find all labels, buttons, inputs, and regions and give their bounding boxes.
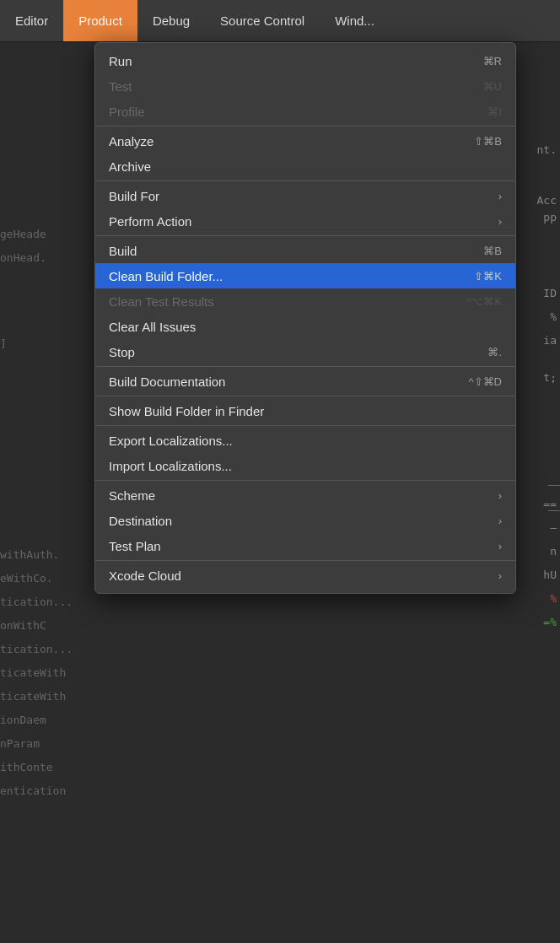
bg-right-5: % <box>550 310 557 323</box>
menu-item-editor[interactable]: Editor <box>0 0 63 41</box>
destination-label: Destination <box>109 514 172 528</box>
menu-item-build-documentation[interactable]: Build Documentation ^⇧⌘D <box>95 369 515 394</box>
menu-item-clear-all-issues[interactable]: Clear All Issues <box>95 314 515 339</box>
run-label: Run <box>109 54 132 68</box>
section-analyze: Analyze ⇧⌘B Archive <box>95 126 515 181</box>
test-shortcut: ⌘U <box>483 80 502 93</box>
bg-right-11: hU <box>543 568 557 581</box>
import-localizations-label: Import Localizations... <box>109 459 232 473</box>
xcode-cloud-chevron: › <box>498 569 502 582</box>
menu-item-product[interactable]: Product <box>63 0 137 41</box>
menu-item-debug[interactable]: Debug <box>137 0 205 41</box>
bg-code-8: tication... <box>0 643 73 655</box>
menu-item-perform-action[interactable]: Perform Action › <box>95 208 515 234</box>
section-build-docs: Build Documentation ^⇧⌘D <box>95 366 515 396</box>
archive-label: Archive <box>109 159 151 174</box>
build-shortcut: ⌘B <box>483 245 502 257</box>
menu-item-import-localizations[interactable]: Import Localizations... <box>95 453 515 478</box>
stop-label: Stop <box>109 345 135 359</box>
product-menu-dropdown: Run ⌘R Test ⌘U Profile ⌘I Analyze ⇧⌘B <box>94 42 516 594</box>
bg-right-6: ia <box>543 334 557 347</box>
test-label: Test <box>109 79 132 94</box>
menu-item-show-build-folder[interactable]: Show Build Folder in Finder <box>95 398 515 423</box>
destination-chevron: › <box>498 515 502 527</box>
section-localizations: Export Localizations... Import Localizat… <box>95 425 515 480</box>
bg-code-12: nParam <box>0 737 40 750</box>
menu-item-analyze[interactable]: Analyze ⇧⌘B <box>95 128 515 154</box>
xcode-cloud-label: Xcode Cloud <box>109 568 181 583</box>
build-documentation-label: Build Documentation <box>109 375 225 389</box>
section-run: Run ⌘R Test ⌘U Profile ⌘I <box>95 46 515 126</box>
profile-shortcut: ⌘I <box>487 105 502 118</box>
menu-bar: Editor Product Debug Source Control Wind… <box>0 0 560 42</box>
analyze-shortcut: ⇧⌘B <box>474 135 502 148</box>
bg-right-2: Acc <box>537 194 557 207</box>
menu-item-window[interactable]: Wind... <box>320 0 390 41</box>
section-cloud: Xcode Cloud › <box>95 560 515 590</box>
menu-item-run[interactable]: Run ⌘R <box>95 48 515 73</box>
test-plan-label: Test Plan <box>109 539 161 553</box>
bg-code-13: ithConte <box>0 761 53 773</box>
bg-right-13: =% <box>543 616 557 628</box>
bg-code-5: eWithCo. <box>0 572 53 585</box>
profile-label: Profile <box>109 105 145 119</box>
bg-separator-2 <box>548 510 560 511</box>
menu-item-build[interactable]: Build ⌘B <box>95 238 515 263</box>
scheme-chevron: › <box>498 489 502 502</box>
bg-right-12: % <box>550 592 557 605</box>
menu-item-clean-build-folder[interactable]: Clean Build Folder... ⇧⌘K <box>95 263 515 288</box>
build-label: Build <box>109 244 137 258</box>
build-for-label: Build For <box>109 189 159 203</box>
bg-code-11: ionDaem <box>0 714 46 726</box>
bg-right-10: n <box>550 545 557 558</box>
clean-build-folder-label: Clean Build Folder... <box>109 269 223 283</box>
bg-right-9: — <box>550 521 557 534</box>
test-plan-chevron: › <box>498 540 502 552</box>
section-finder: Show Build Folder in Finder <box>95 396 515 425</box>
bg-code-2: onHead. <box>0 251 46 264</box>
bg-right-4: ID <box>543 287 557 299</box>
build-documentation-shortcut: ^⇧⌘D <box>469 375 503 388</box>
menu-item-profile: Profile ⌘I <box>95 99 515 124</box>
menu-item-test-plan[interactable]: Test Plan › <box>95 533 515 558</box>
bg-separator-1 <box>548 485 560 486</box>
menu-item-stop[interactable]: Stop ⌘. <box>95 339 515 364</box>
bg-code-7: onWithC <box>0 619 46 632</box>
clean-test-results-shortcut: ^⌥⌘K <box>466 295 502 308</box>
clear-all-issues-label: Clear All Issues <box>109 320 196 334</box>
show-build-folder-label: Show Build Folder in Finder <box>109 404 264 418</box>
menu-item-destination[interactable]: Destination › <box>95 508 515 533</box>
bg-code-10: ticateWith <box>0 690 66 703</box>
export-localizations-label: Export Localizations... <box>109 434 233 448</box>
bg-code-1: geHeade <box>0 228 46 240</box>
bg-code-6: tication... <box>0 595 73 608</box>
section-build: Build ⌘B Clean Build Folder... ⇧⌘K Clean… <box>95 235 515 366</box>
bg-right-7: t; <box>543 371 557 384</box>
menu-item-clean-test-results: Clean Test Results ^⌥⌘K <box>95 288 515 314</box>
bg-code-9: ticateWith <box>0 666 66 679</box>
menu-item-archive[interactable]: Archive <box>95 154 515 179</box>
menu-item-xcode-cloud[interactable]: Xcode Cloud › <box>95 563 515 588</box>
menu-item-scheme[interactable]: Scheme › <box>95 482 515 508</box>
perform-action-label: Perform Action <box>109 214 191 229</box>
scheme-label: Scheme <box>109 488 155 503</box>
analyze-label: Analyze <box>109 134 153 148</box>
run-shortcut: ⌘R <box>483 55 502 67</box>
menu-item-build-for[interactable]: Build For › <box>95 183 515 208</box>
bg-right-8: == <box>543 498 557 510</box>
build-for-chevron: › <box>498 190 502 202</box>
bg-code-3: ] <box>0 337 7 350</box>
menu-item-export-localizations[interactable]: Export Localizations... <box>95 428 515 453</box>
bg-right-3: pp <box>543 211 557 224</box>
bg-code-14: entication <box>0 784 66 797</box>
clean-build-folder-shortcut: ⇧⌘K <box>474 270 502 283</box>
menu-item-source-control[interactable]: Source Control <box>205 0 320 41</box>
menu-item-test: Test ⌘U <box>95 73 515 99</box>
stop-shortcut: ⌘. <box>487 346 502 358</box>
clean-test-results-label: Clean Test Results <box>109 294 214 309</box>
bg-right-1: nt. <box>537 143 557 156</box>
bg-code-4: withAuth. <box>0 548 59 561</box>
section-build-for: Build For › Perform Action › <box>95 181 515 235</box>
section-scheme: Scheme › Destination › Test Plan › <box>95 480 515 560</box>
perform-action-chevron: › <box>498 215 502 228</box>
